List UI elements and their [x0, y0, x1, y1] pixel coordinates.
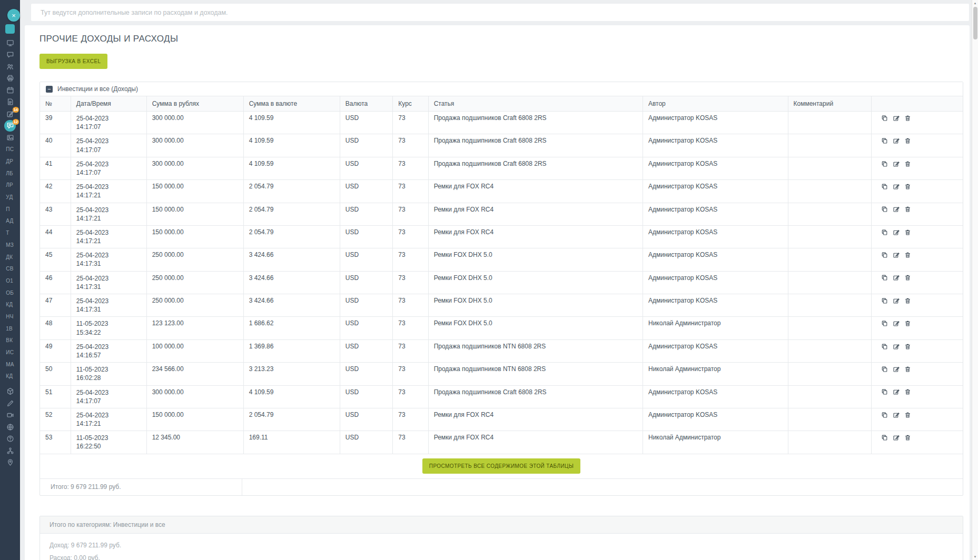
edit-row-button[interactable]: [893, 161, 900, 168]
sidebar-item-уд-4[interactable]: УД: [6, 191, 14, 203]
help-icon[interactable]: [4, 433, 16, 445]
sidebar-item-об-12[interactable]: ОБ: [6, 287, 14, 299]
sidebar-item-ма-18[interactable]: МА: [6, 358, 14, 371]
collapse-icon[interactable]: −: [46, 86, 53, 93]
edit-row-button[interactable]: [893, 252, 900, 259]
sidebar-item-пс-0[interactable]: ПС: [6, 144, 14, 156]
sidebar-item-ад-6[interactable]: АД: [6, 215, 14, 227]
copy-row-button[interactable]: [881, 252, 888, 259]
sidebar-item-лр-3[interactable]: ЛР: [6, 179, 14, 192]
cell-datetime: 25-04-202314:17:31: [71, 294, 146, 317]
column-header: №: [40, 96, 71, 112]
delete-row-button[interactable]: [904, 115, 912, 122]
messages-icon[interactable]: 12: [4, 120, 16, 132]
edit-row-button[interactable]: [893, 366, 900, 373]
scroll-up-arrow[interactable]: ▲: [972, 0, 978, 6]
close-button[interactable]: ×: [7, 9, 20, 22]
copy-row-button[interactable]: [881, 297, 888, 305]
tasks-icon[interactable]: 14: [4, 108, 16, 120]
gallery-icon[interactable]: [4, 132, 16, 144]
cell-datetime: 25-04-202314:17:21: [71, 225, 146, 248]
camera-icon[interactable]: [4, 409, 16, 421]
edit-row-button[interactable]: [893, 274, 900, 282]
sidebar-item-о1-11[interactable]: О1: [6, 275, 14, 287]
copy-row-button[interactable]: [881, 320, 888, 327]
desktop-icon[interactable]: [4, 37, 16, 49]
sidebar-item-св-10[interactable]: СВ: [6, 263, 14, 275]
edit-row-button[interactable]: [893, 343, 900, 351]
edit-row-button[interactable]: [893, 320, 900, 327]
cell-rate: 73: [393, 271, 428, 294]
sidebar-item-др-1[interactable]: ДР: [6, 155, 14, 167]
copy-row-button[interactable]: [881, 412, 888, 419]
table-row: 5311-05-202316:22:5012 345.00169.11USD73…: [40, 431, 963, 454]
delete-row-button[interactable]: [904, 229, 912, 236]
delete-row-button[interactable]: [904, 183, 912, 191]
users-icon[interactable]: [4, 61, 16, 73]
page-scrollbar[interactable]: ▲ ▼: [972, 0, 978, 560]
sidebar-item-вк-16[interactable]: ВК: [6, 335, 14, 347]
delete-row-button[interactable]: [904, 434, 912, 442]
sidebar-item-дк-9[interactable]: ДК: [6, 251, 14, 263]
calendar-icon[interactable]: [4, 84, 16, 96]
edit-row-button[interactable]: [893, 115, 900, 122]
edit-row-button[interactable]: [893, 206, 900, 213]
delete-row-button[interactable]: [904, 412, 912, 419]
edit-row-button[interactable]: [893, 434, 900, 442]
copy-row-button[interactable]: [881, 343, 888, 351]
cell-datetime: 25-04-202314:17:31: [71, 271, 146, 294]
edit-row-button[interactable]: [893, 183, 900, 191]
delete-row-button[interactable]: [904, 366, 912, 373]
copy-row-button[interactable]: [881, 183, 888, 191]
copy-row-button[interactable]: [881, 366, 888, 373]
scroll-down-arrow[interactable]: ▼: [972, 554, 978, 560]
delete-row-button[interactable]: [904, 388, 912, 396]
sidebar-item-1в-15[interactable]: 1В: [6, 323, 14, 335]
sidebar-item-кд-19[interactable]: КД: [6, 371, 14, 383]
copy-row-button[interactable]: [881, 274, 888, 282]
delete-row-button[interactable]: [904, 206, 912, 213]
sidebar-item-лб-2[interactable]: ЛБ: [6, 167, 14, 179]
globe-icon[interactable]: [4, 421, 16, 433]
location-icon[interactable]: [4, 456, 16, 468]
sidebar-item-т-7[interactable]: Т: [6, 227, 14, 239]
document-icon[interactable]: [4, 96, 16, 108]
copy-row-button[interactable]: [881, 161, 888, 168]
sidebar-item-п-5[interactable]: П: [6, 203, 14, 215]
sidebar-item-кд-13[interactable]: КД: [6, 298, 14, 311]
delete-row-button[interactable]: [904, 161, 912, 168]
copy-row-button[interactable]: [881, 137, 888, 145]
package-icon[interactable]: [4, 385, 16, 397]
printer-icon[interactable]: [4, 73, 16, 85]
edit-row-button[interactable]: [893, 229, 900, 236]
network-icon[interactable]: [4, 445, 16, 457]
sidebar-item-нч-14[interactable]: НЧ: [6, 311, 14, 323]
copy-row-button[interactable]: [881, 206, 888, 213]
scrollbar-thumb[interactable]: [973, 7, 977, 39]
table-row: 4425-04-202314:17:21150 000.002 054.79US…: [40, 225, 963, 248]
copy-row-button[interactable]: [881, 229, 888, 236]
sidebar-item-мз-8[interactable]: МЗ: [6, 239, 14, 251]
edit-row-button[interactable]: [893, 412, 900, 419]
delete-row-button[interactable]: [904, 252, 912, 259]
delete-row-button[interactable]: [904, 297, 912, 305]
delete-row-button[interactable]: [904, 343, 912, 351]
copy-row-button[interactable]: [881, 115, 888, 122]
delete-row-button[interactable]: [904, 274, 912, 282]
pencil-icon[interactable]: [4, 397, 16, 409]
copy-row-button[interactable]: [881, 388, 888, 396]
delete-row-button[interactable]: [904, 137, 912, 145]
cell-actions: [872, 134, 963, 157]
export-excel-button[interactable]: ВЫГРУЗКА В EXCEL: [39, 54, 107, 69]
edit-row-button[interactable]: [893, 388, 900, 396]
chat-icon[interactable]: [4, 49, 16, 61]
summary-expense: Расход: 0.00 руб.: [50, 554, 953, 560]
edit-row-button[interactable]: [893, 297, 900, 305]
delete-row-button[interactable]: [904, 320, 912, 327]
cell-article: Ремки для FOX RC4: [428, 408, 643, 431]
sidebar-item-ис-17[interactable]: ИС: [6, 346, 14, 358]
edit-row-button[interactable]: [893, 137, 900, 145]
view-all-button[interactable]: ПРОСМОТРЕТЬ ВСЕ СОДЕРЖИМОЕ ЭТОЙ ТАБЛИЦЫ: [422, 458, 580, 474]
cell-amount-rub: 123 123.00: [146, 317, 243, 339]
copy-row-button[interactable]: [881, 434, 888, 442]
